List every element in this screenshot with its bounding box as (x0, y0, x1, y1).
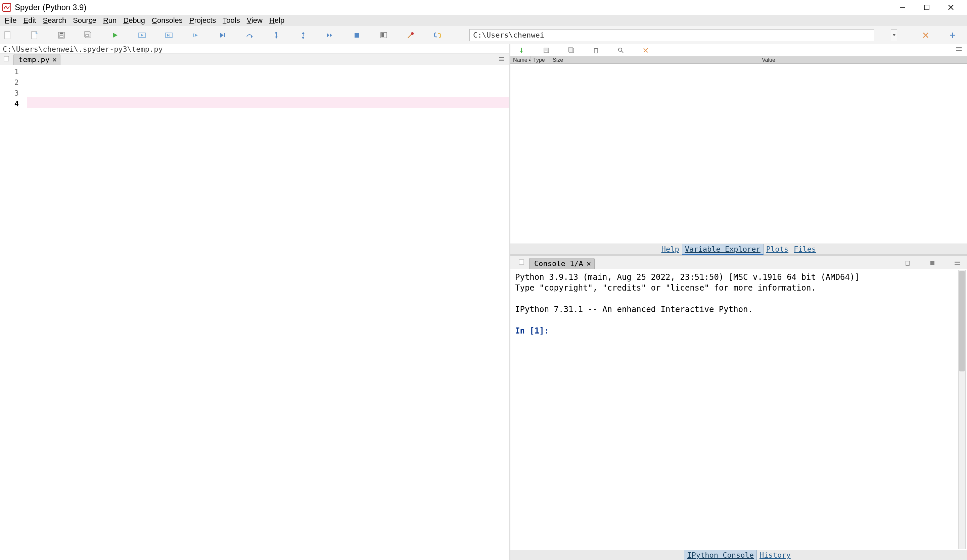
debug-continue-icon[interactable] (325, 30, 335, 40)
editor-tab-label: temp.py (18, 55, 50, 64)
python-path-icon[interactable] (432, 30, 442, 40)
search-var-icon[interactable] (616, 45, 626, 55)
console-pane: Console 1/A ✕ Python 3.9.13 (main, Aug 2… (510, 256, 967, 560)
console-prompt: In [1]: (515, 326, 549, 336)
var-table-header: Name▲ Type Size Value (510, 56, 967, 64)
svg-rect-8 (60, 36, 63, 38)
line-number: 4 (0, 99, 27, 109)
debug-step-into-icon[interactable] (271, 30, 281, 40)
run-selection-icon[interactable]: I (191, 30, 201, 40)
var-options-icon[interactable] (955, 46, 962, 52)
console-tab-1a[interactable]: Console 1/A ✕ (529, 258, 595, 269)
menu-source[interactable]: Source (69, 15, 100, 26)
right-upper-tabs: Help Variable Explorer Plots Files (510, 244, 967, 254)
debug-step-over-icon[interactable] (244, 30, 254, 40)
svg-point-36 (411, 32, 414, 35)
editor-pane: C:\Users\chenwei\.spyder-py3\temp.py tem… (0, 44, 510, 560)
editor-tab-temp[interactable]: temp.py ✕ (13, 54, 61, 65)
svg-point-27 (302, 36, 304, 39)
svg-rect-32 (355, 33, 359, 38)
run-icon[interactable] (110, 30, 120, 40)
console-scrollbar[interactable] (958, 270, 965, 549)
code-area[interactable] (27, 65, 509, 560)
tab-ipython-console[interactable]: IPython Console (684, 550, 757, 560)
maximize-pane-icon[interactable] (379, 30, 389, 40)
svg-rect-12 (86, 35, 89, 36)
close-console-icon[interactable]: ✕ (587, 259, 591, 268)
debug-step-out-icon[interactable] (298, 30, 308, 40)
line-number: 3 (0, 88, 27, 99)
menu-run[interactable]: Run (100, 15, 120, 26)
var-col-name[interactable]: Name▲ (510, 56, 530, 63)
browse-tabs-icon[interactable] (3, 56, 10, 63)
add-dir-icon[interactable] (947, 30, 958, 40)
svg-marker-13 (113, 33, 117, 38)
svg-rect-9 (60, 33, 63, 34)
window-title: Spyder (Python 3.9) (15, 3, 86, 12)
maximize-button[interactable] (920, 2, 933, 12)
remove-dir-icon[interactable] (921, 30, 931, 40)
svg-rect-61 (519, 260, 524, 264)
close-tab-icon[interactable]: ✕ (52, 55, 57, 64)
menu-consoles[interactable]: Consoles (149, 15, 186, 26)
menu-edit[interactable]: Edit (20, 15, 39, 26)
working-dir-dropdown[interactable] (891, 29, 897, 41)
editor-body[interactable]: 1 2 3 4 (0, 65, 509, 560)
var-col-size[interactable]: Size (550, 56, 570, 63)
svg-rect-5 (5, 31, 10, 39)
remove-console-icon[interactable] (903, 258, 913, 268)
svg-rect-64 (931, 261, 934, 265)
save-data-icon[interactable] (541, 45, 551, 55)
console-output: Python 3.9.13 (main, Aug 25 2022, 23:51:… (515, 272, 962, 283)
save-icon[interactable] (56, 30, 66, 40)
run-cell-advance-icon[interactable] (164, 30, 174, 40)
variable-explorer-pane: Name▲ Type Size Value Help Variable Expl… (510, 44, 967, 256)
editor-options-icon[interactable] (498, 56, 505, 62)
editor-gutter: 1 2 3 4 (0, 65, 27, 560)
line-number: 2 (0, 77, 27, 88)
open-file-icon[interactable] (30, 30, 40, 40)
var-table-body (510, 64, 967, 244)
editor-tabstrip: temp.py ✕ (0, 54, 509, 65)
svg-rect-22 (224, 33, 225, 37)
debug-stop-icon[interactable] (352, 30, 362, 40)
menu-search[interactable]: Search (39, 15, 69, 26)
run-cell-icon[interactable] (137, 30, 147, 40)
browse-consoles-icon[interactable] (518, 259, 525, 266)
debug-icon[interactable] (218, 30, 228, 40)
menu-help[interactable]: Help (266, 15, 288, 26)
close-button[interactable] (944, 2, 958, 12)
console-options-icon[interactable] (952, 258, 962, 268)
svg-point-54 (619, 48, 622, 51)
toolbar: I (0, 26, 967, 44)
var-col-value[interactable]: Value (570, 56, 967, 63)
tab-plots[interactable]: Plots (764, 244, 791, 254)
tab-history[interactable]: History (757, 550, 794, 560)
console-tabstrip: Console 1/A ✕ (510, 256, 967, 269)
console-tab-label: Console 1/A (534, 259, 583, 268)
tab-variable-explorer[interactable]: Variable Explorer (682, 244, 764, 255)
console-body[interactable]: Python 3.9.13 (main, Aug 25 2022, 23:51:… (510, 269, 967, 550)
menu-view[interactable]: View (243, 15, 266, 26)
console-output: IPython 7.31.1 -- An enhanced Interactiv… (515, 304, 962, 315)
tab-help[interactable]: Help (659, 244, 682, 254)
preferences-icon[interactable] (406, 30, 416, 40)
save-data-as-icon[interactable] (566, 45, 576, 55)
new-file-icon[interactable] (3, 30, 13, 40)
remove-all-icon[interactable] (591, 45, 601, 55)
menu-debug[interactable]: Debug (120, 15, 149, 26)
var-col-type[interactable]: Type (530, 56, 550, 63)
menu-projects[interactable]: Projects (186, 15, 219, 26)
interrupt-kernel-icon[interactable] (927, 258, 937, 268)
save-all-icon[interactable] (83, 30, 93, 40)
menu-tools[interactable]: Tools (219, 15, 243, 26)
refresh-var-icon[interactable] (641, 45, 651, 55)
svg-marker-26 (275, 36, 278, 39)
tab-files[interactable]: Files (791, 244, 818, 254)
minimize-button[interactable] (896, 2, 909, 12)
import-data-icon[interactable] (517, 45, 526, 55)
svg-marker-21 (220, 33, 224, 38)
menu-file[interactable]: File (2, 15, 20, 26)
console-output: Type "copyright", "credits" or "license"… (515, 283, 962, 293)
working-dir-input[interactable] (469, 29, 874, 41)
